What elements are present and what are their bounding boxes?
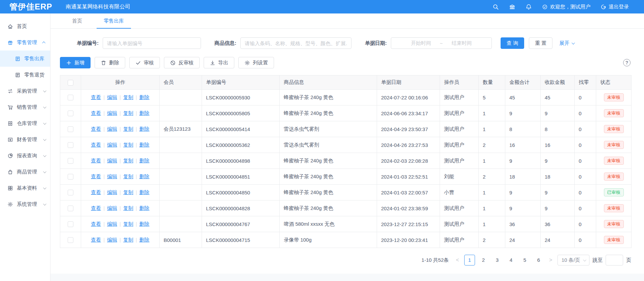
action-link-copy[interactable]: 复制 [123,126,133,132]
action-link-delete[interactable]: 删除 [139,126,149,132]
unaudit-button[interactable]: 反审核 [164,57,200,68]
change-cell: 0 [575,105,596,121]
action-link-copy[interactable]: 复制 [123,110,133,116]
page-button-2[interactable]: 2 [478,255,489,266]
sidebar-item-retail-management[interactable]: 零售管理 [0,34,50,51]
action-link-view[interactable]: 查看 [91,174,101,179]
sidebar-item-home[interactable]: 首页 [0,18,50,34]
prev-page-button[interactable]: < [454,257,461,263]
add-button[interactable]: 新增 [60,57,91,68]
sidebar-item-warehouse-management[interactable]: 仓库管理 [0,115,50,131]
action-link-delete[interactable]: 删除 [139,94,149,100]
bill-no-cell: LSCK00000004851 [202,169,280,185]
expand-link[interactable]: 展开 [559,40,574,46]
action-link-copy[interactable]: 复制 [123,142,133,148]
delete-button[interactable]: 删除 [95,57,125,68]
total-cell: 36 [505,216,541,232]
action-link-edit[interactable]: 编辑 [107,110,117,116]
select-all-checkbox[interactable] [68,80,73,86]
action-link-delete[interactable]: 删除 [139,110,149,116]
product-info-input[interactable] [240,37,351,49]
row-checkbox[interactable] [68,111,73,116]
action-link-edit[interactable]: 编辑 [107,221,117,227]
row-checkbox[interactable] [68,206,73,211]
action-link-edit[interactable]: 编辑 [107,158,117,163]
action-link-delete[interactable]: 删除 [139,189,149,195]
action-link-copy[interactable]: 复制 [123,237,133,243]
action-link-delete[interactable]: 删除 [139,142,149,148]
audit-button[interactable]: 审核 [129,57,160,68]
action-link-view[interactable]: 查看 [91,126,101,132]
action-link-copy[interactable]: 复制 [123,158,133,163]
sidebar-item-retail-return[interactable]: 零售退货 [0,67,50,83]
status-badge: 未审核 [604,157,624,165]
action-link-copy[interactable]: 复制 [123,174,133,179]
row-checkbox[interactable] [68,158,73,164]
tab-retail-outbound[interactable]: 零售出库 [97,13,131,29]
action-link-view[interactable]: 查看 [91,94,101,100]
search-icon[interactable] [493,4,499,10]
action-link-view[interactable]: 查看 [91,205,101,211]
action-link-copy[interactable]: 复制 [123,94,133,100]
action-link-view[interactable]: 查看 [91,158,101,163]
sidebar-item-retail-outbound[interactable]: 零售出库 [0,51,50,67]
reset-button[interactable]: 重 置 [529,37,552,49]
action-link-edit[interactable]: 编辑 [107,189,117,195]
sidebar-item-sales-management[interactable]: 销售管理 [0,99,50,115]
qty-cell: 1 [479,105,505,121]
action-link-view[interactable]: 查看 [91,237,101,243]
action-link-delete[interactable]: 删除 [139,205,149,211]
action-link-delete[interactable]: 删除 [139,174,149,179]
bill-no-input[interactable] [103,37,201,49]
date-range-input[interactable]: 开始时间 ~ 结束时间 [391,37,492,49]
page-button-3[interactable]: 3 [492,255,503,266]
page-button-4[interactable]: 4 [506,255,516,266]
row-actions: 查看|编辑|复制|删除 [81,169,160,185]
page-button-6[interactable]: 6 [533,255,544,266]
welcome-user[interactable]: 欢迎您，测试用户 [542,4,590,10]
action-link-delete[interactable]: 删除 [139,237,149,243]
action-link-edit[interactable]: 编辑 [107,174,117,179]
next-page-button[interactable]: > [547,257,554,263]
action-link-edit[interactable]: 编辑 [107,126,117,132]
bank-icon[interactable] [509,4,515,10]
row-checkbox[interactable] [68,126,73,132]
page-size-select[interactable]: 10 条/页 [557,255,589,266]
page-button-5[interactable]: 5 [519,255,530,266]
sidebar-item-goods-management[interactable]: 商品管理 [0,164,50,180]
row-checkbox[interactable] [68,190,73,195]
column-settings-button[interactable]: 列设置 [238,57,274,68]
action-link-view[interactable]: 查看 [91,142,101,148]
row-checkbox[interactable] [68,142,73,148]
export-button[interactable]: 导出 [204,57,234,68]
sidebar-item-report-query[interactable]: 报表查询 [0,148,50,164]
action-link-edit[interactable]: 编辑 [107,142,117,148]
action-link-delete[interactable]: 删除 [139,158,149,163]
page-button-1[interactable]: 1 [464,255,475,266]
action-link-view[interactable]: 查看 [91,189,101,195]
action-link-copy[interactable]: 复制 [123,189,133,195]
action-link-edit[interactable]: 编辑 [107,205,117,211]
action-link-delete[interactable]: 删除 [139,221,149,227]
sidebar-item-purchase-management[interactable]: 采购管理 [0,83,50,99]
action-link-copy[interactable]: 复制 [123,205,133,211]
sidebar-item-basic-data[interactable]: 基本资料 [0,180,50,196]
sidebar-item-finance-management[interactable]: 财务管理 [0,131,50,148]
help-icon[interactable]: ? [623,59,631,66]
row-checkbox[interactable] [68,95,73,100]
action-link-edit[interactable]: 编辑 [107,94,117,100]
action-link-view[interactable]: 查看 [91,221,101,227]
jump-page-input[interactable] [606,255,623,266]
bell-icon[interactable] [526,4,532,10]
sidebar-item-system-management[interactable]: 系统管理 [0,196,50,212]
row-actions: 查看|编辑|复制|删除 [81,105,160,121]
row-checkbox[interactable] [68,237,73,243]
action-link-copy[interactable]: 复制 [123,221,133,227]
logout-button[interactable]: 退出登录 [601,4,629,10]
tab-home[interactable]: 首页 [65,13,89,29]
action-link-view[interactable]: 查看 [91,110,101,116]
action-link-edit[interactable]: 编辑 [107,237,117,243]
row-checkbox[interactable] [68,221,73,227]
search-button[interactable]: 查 询 [501,37,524,49]
row-checkbox[interactable] [68,174,73,180]
